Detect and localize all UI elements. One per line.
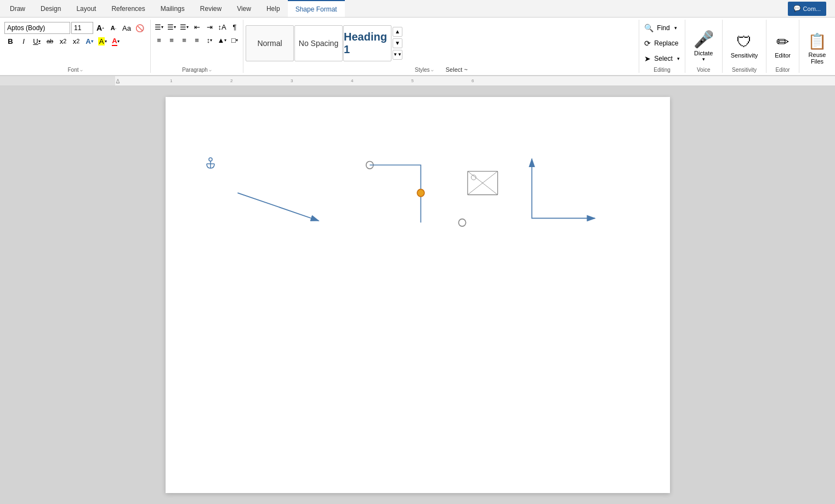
font-size-input[interactable] (71, 22, 93, 34)
change-case-button[interactable]: Aa (121, 22, 133, 34)
show-formatting-button[interactable]: ¶ (229, 21, 241, 33)
font-shrink-icon: A (111, 25, 115, 31)
svg-point-2 (209, 158, 212, 161)
style-no-spacing-label: No Spacing (299, 39, 338, 48)
ruler-mark-3: 3 (291, 78, 293, 83)
styles-scroll-up[interactable]: ▲ (393, 27, 402, 37)
bullets-button[interactable]: ☰▾ (153, 21, 165, 33)
font-grow-button[interactable]: A+ (94, 22, 106, 34)
svg-line-5 (237, 193, 319, 221)
tab-shape-format[interactable]: Shape Format (288, 0, 345, 17)
subscript-button[interactable]: x2 (57, 35, 69, 47)
align-left-button[interactable]: ≡ (153, 34, 165, 46)
dictate-chevron: ▾ (702, 56, 705, 62)
strikethrough-button[interactable]: ab (44, 35, 56, 47)
ruler-content: 1 2 3 4 5 6 (115, 76, 835, 85)
styles-scroll-down[interactable]: ▼ (393, 38, 402, 48)
ruler: 1 2 3 4 5 6 (0, 76, 835, 86)
increase-indent-button[interactable]: ⇥ (203, 21, 215, 33)
comment-button[interactable]: 💬 Com... (788, 2, 826, 16)
ruler-left-margin (0, 76, 115, 85)
reuse-files-group: 📋 Reuse Files (799, 20, 835, 73)
justify-button[interactable]: ≡ (191, 34, 203, 46)
align-center-icon: ≡ (169, 36, 174, 44)
style-no-spacing[interactable]: No Spacing (294, 25, 343, 61)
clear-formatting-button[interactable]: 🚫 (134, 22, 146, 34)
align-center-button[interactable]: ≡ (166, 34, 178, 46)
find-button[interactable]: 🔍 Find ▾ (641, 21, 682, 35)
decrease-indent-button[interactable]: ⇤ (191, 21, 203, 33)
shapes-canvas (166, 97, 670, 493)
find-icon: 🔍 (644, 24, 654, 32)
multilevel-button[interactable]: ☰▾ (178, 21, 190, 33)
app-container: Draw Design Layout References Mailings R… (0, 0, 835, 504)
style-heading1[interactable]: Heading 1 (343, 25, 391, 61)
tab-help[interactable]: Help (259, 0, 288, 17)
svg-point-7 (417, 189, 424, 197)
reuse-files-icon: 📋 (808, 32, 827, 50)
reuse-files-button[interactable]: 📋 Reuse Files (802, 30, 833, 68)
font-name-input[interactable] (4, 22, 70, 34)
styles-expand-icon[interactable]: ⌵ (431, 67, 434, 72)
sort-button[interactable]: ↕A (216, 21, 228, 33)
select-all-button[interactable]: ➤ Select ▾ (641, 51, 682, 66)
page (166, 97, 670, 493)
style-heading1-label: Heading 1 (344, 31, 391, 56)
tab-layout[interactable]: Layout (69, 0, 104, 17)
tab-bar: Draw Design Layout References Mailings R… (0, 0, 835, 18)
align-right-button[interactable]: ≡ (178, 34, 190, 46)
svg-marker-0 (116, 79, 120, 83)
font-controls: A+ A- Aa 🚫 (2, 21, 148, 48)
tab-mailings[interactable]: Mailings (153, 0, 192, 17)
svg-point-8 (458, 219, 465, 227)
sensitivity-icon: 🛡 (736, 33, 752, 51)
font-shrink-button[interactable]: A- (107, 22, 120, 34)
font-color-button[interactable]: A▾ (110, 35, 122, 47)
styles-scroll-more[interactable]: ▼▼ (393, 50, 402, 60)
ruler-mark-4: 4 (351, 78, 353, 83)
line-spacing-button[interactable]: ↕▾ (203, 34, 215, 46)
tab-view[interactable]: View (229, 0, 259, 17)
dictate-icon: 🎤 (694, 30, 714, 49)
tab-draw[interactable]: Draw (2, 0, 33, 17)
paragraph-group: ☰▾ ☰▾ ☰▾ ⇤ ⇥ ↕A ¶ (151, 20, 243, 73)
shading-icon: ▲ (218, 36, 225, 44)
borders-button[interactable]: □▾ (229, 34, 241, 46)
numbering-button[interactable]: ☰▾ (166, 21, 178, 33)
paragraph-expand-icon[interactable]: ⌵ (209, 67, 212, 72)
align-right-icon: ≡ (182, 36, 186, 44)
ruler-mark-1: 1 (170, 78, 172, 83)
font-expand-icon[interactable]: ⌵ (80, 67, 83, 72)
underline-button[interactable]: U▾ (31, 35, 43, 47)
borders-icon: □ (231, 36, 236, 44)
ruler-mark-2: 2 (230, 78, 232, 83)
superscript-button[interactable]: x2 (70, 35, 82, 47)
justify-icon: ≡ (195, 36, 199, 44)
reuse-label: Reuse Files (809, 51, 826, 65)
text-effects-button[interactable]: A▾ (83, 35, 95, 47)
anchor-icon (205, 157, 216, 172)
replace-button[interactable]: ⟳ Replace (641, 36, 682, 50)
bullets-icon: ☰ (155, 23, 161, 31)
editor-button[interactable]: ✏ Editor (769, 26, 797, 65)
editor-group: ✏ Editor Editor (766, 20, 799, 73)
tab-references[interactable]: References (104, 0, 152, 17)
document-area[interactable] (0, 86, 835, 504)
replace-icon: ⟳ (644, 39, 651, 48)
dictate-button[interactable]: 🎤 Dictate ▾ (688, 26, 720, 65)
voice-group: 🎤 Dictate ▾ Voice (685, 20, 723, 73)
styles-group: Normal No Spacing Heading 1 ▲ ▼ (243, 20, 639, 73)
shading-button[interactable]: ▲▾ (216, 34, 228, 46)
ribbon: A+ A- Aa 🚫 (0, 18, 835, 76)
sensitivity-button[interactable]: 🛡 Sensitivity (725, 26, 764, 65)
tab-review[interactable]: Review (192, 0, 229, 17)
select-button[interactable]: Select ~ (446, 66, 468, 73)
svg-line-11 (467, 171, 497, 195)
highlight-button[interactable]: A▾ (96, 35, 109, 47)
comment-icon: 💬 (793, 5, 801, 12)
italic-button[interactable]: I (18, 35, 30, 47)
bold-button[interactable]: B (4, 35, 16, 47)
tab-design[interactable]: Design (33, 0, 69, 17)
style-normal[interactable]: Normal (246, 25, 294, 61)
numbering-icon: ☰ (167, 23, 174, 31)
